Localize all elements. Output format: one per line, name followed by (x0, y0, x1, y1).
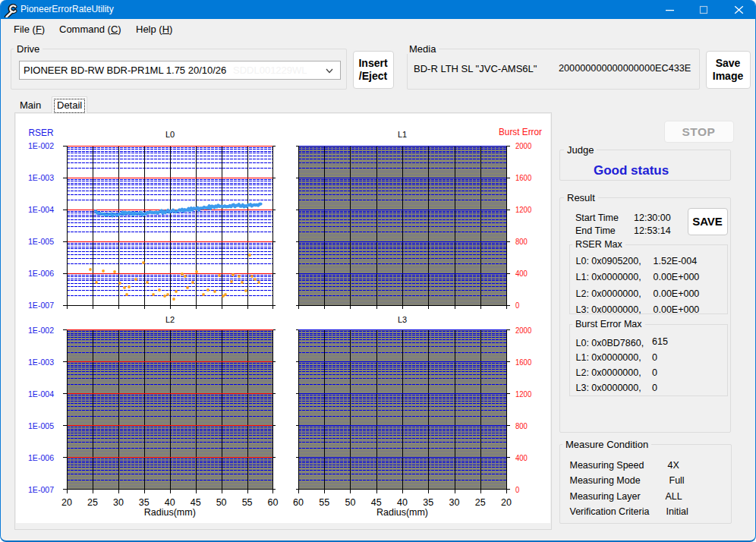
svg-text:35: 35 (423, 497, 433, 508)
svg-text:55: 55 (242, 497, 253, 508)
svg-text:1600: 1600 (515, 173, 531, 182)
svg-text:55: 55 (319, 497, 329, 508)
svg-text:1200: 1200 (515, 205, 531, 214)
svg-text:45: 45 (191, 497, 201, 508)
svg-text:20: 20 (501, 497, 512, 508)
svg-text:1E-005: 1E-005 (28, 237, 54, 246)
svg-text:1600: 1600 (515, 358, 531, 367)
svg-text:1E-007: 1E-007 (28, 485, 54, 494)
svg-text:35: 35 (139, 497, 150, 508)
svg-text:400: 400 (515, 453, 528, 462)
svg-text:45: 45 (371, 497, 382, 508)
svg-text:25: 25 (475, 497, 486, 508)
svg-text:1E-004: 1E-004 (28, 205, 55, 214)
svg-text:50: 50 (216, 497, 227, 508)
svg-text:Burst Error: Burst Error (499, 127, 542, 137)
svg-text:40: 40 (397, 497, 408, 508)
svg-text:2000: 2000 (515, 141, 531, 150)
svg-text:1E-007: 1E-007 (28, 301, 54, 310)
svg-text:2000: 2000 (515, 326, 531, 335)
svg-text:1E-002: 1E-002 (28, 141, 54, 150)
svg-text:1E-002: 1E-002 (28, 326, 54, 335)
svg-text:400: 400 (515, 269, 528, 278)
svg-text:40: 40 (165, 497, 175, 508)
svg-text:1E-004: 1E-004 (28, 389, 55, 399)
svg-text:Radius(mm): Radius(mm) (376, 507, 428, 518)
svg-text:30: 30 (113, 497, 124, 508)
svg-text:0: 0 (515, 301, 519, 310)
svg-text:RSER: RSER (29, 128, 54, 138)
svg-text:20: 20 (61, 497, 72, 508)
svg-text:50: 50 (345, 497, 356, 508)
svg-text:25: 25 (87, 497, 98, 508)
svg-text:1E-005: 1E-005 (28, 421, 54, 430)
svg-text:1E-006: 1E-006 (28, 269, 54, 278)
svg-text:Radius(mm): Radius(mm) (144, 507, 196, 518)
svg-text:0: 0 (515, 485, 519, 494)
svg-text:L2: L2 (165, 315, 175, 324)
svg-text:60: 60 (293, 497, 304, 508)
svg-text:800: 800 (515, 421, 528, 430)
svg-text:L3: L3 (398, 315, 407, 324)
svg-text:1200: 1200 (515, 389, 531, 399)
svg-text:60: 60 (268, 497, 279, 508)
svg-text:L1: L1 (398, 130, 407, 139)
svg-text:L0: L0 (165, 130, 175, 139)
svg-text:1E-003: 1E-003 (28, 358, 54, 367)
svg-text:1E-006: 1E-006 (28, 453, 54, 462)
svg-text:800: 800 (515, 237, 528, 246)
svg-text:1E-003: 1E-003 (28, 173, 54, 182)
svg-text:30: 30 (449, 497, 460, 508)
